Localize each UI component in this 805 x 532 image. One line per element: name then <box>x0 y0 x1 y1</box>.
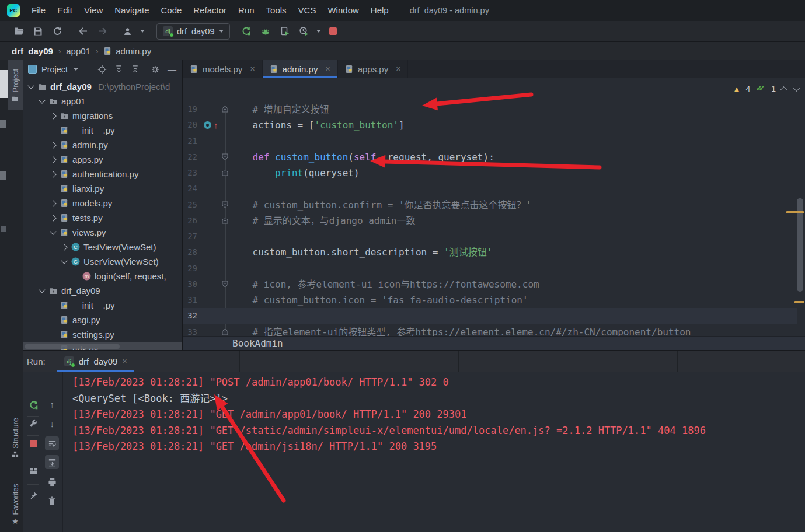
editor-tab-models.py[interactable]: models.py× <box>183 60 263 78</box>
breadcrumb-app01[interactable]: app01 <box>66 46 90 56</box>
tree-item-asgi.py[interactable]: asgi.py <box>23 313 182 327</box>
chevron-right-icon[interactable] <box>49 158 57 162</box>
checks-passed-icon[interactable]: ✓✓ <box>755 85 766 93</box>
menu-refactor[interactable]: Refactor <box>187 0 232 21</box>
tree-item-migrations[interactable]: migrations <box>23 108 182 123</box>
editor-tab-apps.py[interactable]: apps.py× <box>338 60 409 78</box>
code-line-21[interactable]: 21 <box>183 134 797 149</box>
menu-file[interactable]: File <box>26 0 51 21</box>
tree-item-authentication.py[interactable]: authentication.py <box>23 167 182 181</box>
tree-item-login(self-request-[interactable]: mlogin(self, request, <box>23 269 182 284</box>
chevron-down-icon[interactable] <box>60 260 68 263</box>
tree-item-lianxi.py[interactable]: lianxi.py <box>23 181 182 196</box>
save-icon[interactable] <box>31 24 45 38</box>
code-line-26[interactable]: 26 # 显示的文本，与django admin一致 <box>183 213 797 229</box>
user-account-icon[interactable] <box>121 24 135 38</box>
chevron-down-icon[interactable] <box>49 231 57 234</box>
menu-window[interactable]: Window <box>322 0 364 21</box>
breadcrumb-admin.py[interactable]: admin.py <box>103 46 151 56</box>
fold-marker-icon[interactable] <box>222 169 228 176</box>
warning-stripe-mark[interactable] <box>794 301 804 303</box>
tree-item-app01[interactable]: app01 <box>23 94 182 108</box>
run-configuration-selector[interactable]: dj drf_day09 <box>156 23 230 40</box>
expand-all-icon[interactable] <box>114 65 123 74</box>
warning-triangle-icon[interactable]: ▲ <box>733 85 741 93</box>
tree-item-admin.py[interactable]: admin.py <box>23 138 182 152</box>
menu-code[interactable]: Code <box>155 0 187 21</box>
tree-item-models.py[interactable]: models.py <box>23 196 182 211</box>
tree-item-settings.py[interactable]: settings.py <box>23 327 182 342</box>
run-tab-drf_day09[interactable]: dj drf_day09 × <box>57 351 134 372</box>
settings-gear-icon[interactable] <box>151 65 160 74</box>
tree-item-UserView(ViewSet)[interactable]: CUserView(ViewSet) <box>23 254 182 269</box>
bookmark-icon[interactable] <box>204 121 211 129</box>
tree-item-TestView(ViewSet)[interactable]: CTestView(ViewSet) <box>23 240 182 254</box>
code-line-22[interactable]: 22 def custom_button(self, request, quer… <box>183 149 797 165</box>
profiler-dropdown-caret[interactable] <box>316 30 321 33</box>
tool-window-button-project[interactable]: Project <box>8 60 23 110</box>
chevron-right-icon[interactable] <box>49 114 57 118</box>
chevron-right-icon[interactable] <box>49 172 57 177</box>
menu-vcs[interactable]: VCS <box>292 0 322 21</box>
code-line-25[interactable]: 25 # custom_button.confirm = '你是否执意要点击这个… <box>183 197 797 213</box>
chevron-down-icon[interactable] <box>27 85 34 88</box>
fold-marker-icon[interactable] <box>222 328 228 335</box>
close-tab-icon[interactable]: × <box>250 64 255 74</box>
chevron-right-icon[interactable] <box>60 245 68 250</box>
menu-edit[interactable]: Edit <box>51 0 78 21</box>
fold-marker-icon[interactable] <box>222 201 228 208</box>
back-icon[interactable] <box>76 24 90 38</box>
chevron-down-icon[interactable] <box>38 100 46 103</box>
fold-marker-icon[interactable] <box>222 217 228 224</box>
project-panel-title[interactable]: Project <box>41 65 68 74</box>
debug-button[interactable] <box>259 24 273 38</box>
tree-item-tests.py[interactable]: tests.py <box>23 211 182 225</box>
tree-item-drf_day09[interactable]: drf_day09D:\pythonProject\d <box>23 79 182 94</box>
code-line-31[interactable]: 31 # custom_button.icon = 'fas fa-audio-… <box>183 292 797 308</box>
profiler-button[interactable] <box>297 24 311 38</box>
chevron-right-icon[interactable] <box>49 216 57 220</box>
next-problem-icon[interactable] <box>793 84 800 92</box>
close-tab-icon[interactable]: × <box>325 64 330 74</box>
tool-window-button-favorites[interactable]: Favorites ★ <box>8 477 23 532</box>
code-line-19[interactable]: 19 # 增加自定义按钮 <box>183 102 797 117</box>
chevron-right-icon[interactable] <box>49 201 57 206</box>
code-line-30[interactable]: 30 # icon, 参考element-ui icon与https://fon… <box>183 276 797 292</box>
tree-item-__init__.py[interactable]: __init__.py <box>23 123 182 138</box>
code-line-28[interactable]: 28 custom_button.short_description = '测试… <box>183 244 797 260</box>
tree-item-views.py[interactable]: views.py <box>23 225 182 240</box>
menu-run[interactable]: Run <box>232 0 260 21</box>
run-with-coverage-button[interactable] <box>278 24 292 38</box>
stop-button[interactable] <box>329 27 337 35</box>
close-tab-icon[interactable]: × <box>122 356 127 366</box>
chevron-right-icon[interactable] <box>49 143 57 148</box>
run-console[interactable]: [13/Feb/2023 01:28:21] "POST /admin/app0… <box>23 372 805 532</box>
menu-tools[interactable]: Tools <box>260 0 292 21</box>
tree-item-__init__.py[interactable]: __init__.py <box>23 298 182 313</box>
code-line-20[interactable]: 20↑ actions = ['custom_button'] <box>183 117 797 133</box>
prev-problem-icon[interactable] <box>780 86 787 94</box>
code-line-24[interactable]: 24 <box>183 181 797 197</box>
tree-item-apps.py[interactable]: apps.py <box>23 152 182 167</box>
collapse-all-icon[interactable] <box>131 65 140 74</box>
chevron-down-icon[interactable] <box>38 289 46 292</box>
forward-icon[interactable] <box>95 24 109 38</box>
warning-stripe-mark[interactable] <box>786 211 804 214</box>
project-view-dropdown-caret[interactable] <box>74 68 78 71</box>
fold-marker-icon[interactable] <box>222 281 228 288</box>
code-line-23[interactable]: 23 print(queryset) <box>183 165 797 181</box>
code-line-32[interactable]: 32 <box>183 308 797 324</box>
sticky-context-class[interactable]: BookAdmin <box>232 337 283 350</box>
user-dropdown-caret[interactable] <box>140 30 145 33</box>
open-folder-icon[interactable] <box>12 24 26 38</box>
code-viewport[interactable]: 19 # 增加自定义按钮20↑ actions = ['custom_butto… <box>183 80 805 336</box>
menu-help[interactable]: Help <box>365 0 395 21</box>
menu-view[interactable]: View <box>78 0 109 21</box>
close-tab-icon[interactable]: × <box>396 64 400 74</box>
sync-icon[interactable] <box>50 24 64 38</box>
tree-item-drf_day09[interactable]: drf_day09 <box>23 284 182 298</box>
code-line-27[interactable]: 27 <box>183 229 797 244</box>
code-line-29[interactable]: 29 <box>183 261 797 276</box>
hide-panel-icon[interactable]: — <box>168 64 176 74</box>
breadcrumb-drf_day09[interactable]: drf_day09 <box>12 46 53 56</box>
